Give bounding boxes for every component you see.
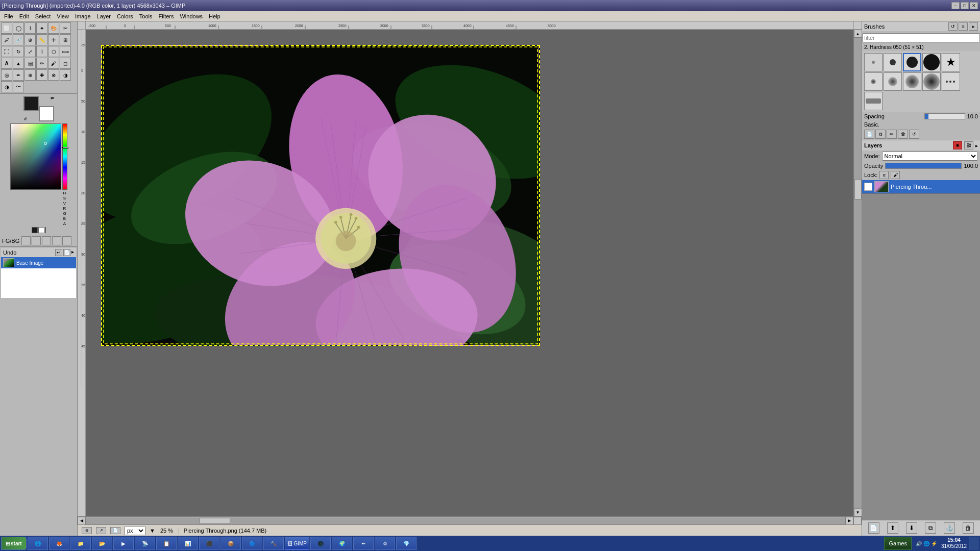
start-button[interactable]: ⊞ start [1,537,27,550]
opacity-slider[interactable] [885,163,962,169]
taskbar-3d[interactable]: 💎 [396,537,416,550]
swap-colors-icon[interactable]: ⇄ [51,96,54,101]
fg-preview[interactable] [32,227,38,233]
lower-layer-button[interactable]: ⬇ [906,522,917,534]
taskbar-network[interactable]: 📡 [135,537,155,550]
shear-tool[interactable]: ⌇ [36,46,47,57]
raise-layer-button[interactable]: ⬆ [887,522,898,534]
taskbar-folder[interactable]: 📂 [92,537,112,550]
crop-tool[interactable]: ⛶ [1,46,12,57]
scroll-thumb-vertical[interactable] [854,179,862,199]
taskbar-terminal[interactable]: ⬛ [199,537,219,550]
undo-expand[interactable]: ▸ [71,249,74,256]
scroll-down-button[interactable]: ▼ [854,508,862,516]
mode-select[interactable]: Normal Multiply Screen Overlay [882,152,978,161]
scroll-track-vertical[interactable] [854,38,862,508]
bucket-fill-tool[interactable]: ▲ [13,58,24,69]
taskbar-archive[interactable]: 📦 [220,537,241,550]
scissors-tool[interactable]: ✂ [60,22,71,34]
canvas-image[interactable]: Jason Hassett [101,45,540,346]
rect-select-tool[interactable]: ⬜ [1,22,12,34]
status-icon[interactable]: ⊕ [82,527,92,534]
close-button[interactable]: ✕ [970,2,978,9]
zoom-tool[interactable]: ⊕ [24,34,36,45]
flip-tool[interactable]: ⟺ [60,46,71,57]
duplicate-layer-button[interactable]: ⧉ [925,522,936,534]
color-select-tool[interactable]: 🎨 [48,22,59,34]
systray-icon2[interactable]: 🌐 [923,541,929,546]
menu-help[interactable]: Help [206,12,224,20]
duplicate-brush-button[interactable]: ⧉ [875,130,886,139]
status-icon2[interactable]: ↗ [96,527,106,534]
brush-item-large-hard[interactable] [922,53,941,71]
taskbar-firefox[interactable]: 🦊 [49,537,69,550]
fgbg-icon1[interactable] [21,236,31,245]
pencil-tool[interactable]: ✏ [36,58,47,69]
taskbar-media[interactable]: ▶ [113,537,134,550]
smudge-tool[interactable]: 〜 [13,81,24,92]
brush-item-soft4[interactable] [922,72,941,91]
perspective-tool[interactable]: ⬡ [48,46,59,57]
scroll-up-button[interactable]: ▲ [854,30,862,38]
menu-tools[interactable]: Tools [136,12,156,20]
spacing-slider[interactable] [924,113,965,119]
reset-colors-icon[interactable]: ↺ [23,117,27,121]
status-icon3[interactable]: 📄 [110,527,120,534]
new-brush-button[interactable]: 📄 [864,130,874,139]
taskbar-inkscape[interactable]: ✒ [353,537,374,550]
ink-tool[interactable]: ✒ [13,69,24,81]
lock-alpha-button[interactable]: α [879,171,889,179]
scroll-right-button[interactable]: ▶ [845,517,853,525]
brush-filter-input[interactable] [862,33,980,42]
taskbar-chrome[interactable]: 🌐 [28,537,48,550]
brush-item-dotted2[interactable] [864,92,883,110]
delete-layer-button[interactable]: 🗑 [963,522,974,534]
taskbar-settings[interactable]: ⚙ [375,537,395,550]
fgbg-icon2[interactable] [32,236,41,245]
text-tool[interactable]: A [1,58,12,69]
airbrush-tool[interactable]: ◎ [1,69,12,81]
dodge-burn-tool[interactable]: ◑ [1,81,12,92]
eraser-tool[interactable]: ◻ [60,58,71,69]
layers-expand-icon[interactable]: ▸ [975,143,978,148]
systray-icon1[interactable]: 🔊 [916,541,922,546]
undo-icon1[interactable]: ↩ [55,249,62,256]
brush-item-tiny-soft[interactable] [864,53,883,71]
refresh-brush-button[interactable]: ↺ [909,130,919,139]
color-spectrum[interactable] [45,227,46,233]
taskbar-gimp-active[interactable]: 🖼 GIMP [285,537,309,550]
taskbar-task[interactable]: 📋 [156,537,177,550]
scroll-track-horizontal[interactable] [86,517,845,524]
minimize-button[interactable]: – [951,2,960,9]
free-select-tool[interactable]: ⌇ [24,22,36,34]
brush-item-soft1[interactable] [864,72,883,91]
taskbar-browser2[interactable]: 🌍 [332,537,352,550]
maximize-button[interactable]: □ [961,2,969,9]
taskbar-darktable[interactable]: 🌑 [310,537,331,550]
menu-select[interactable]: Select [32,12,54,20]
fuzzy-select-tool[interactable]: ✦ [36,22,47,34]
move-tool[interactable]: ✛ [48,34,59,45]
edit-brush-button[interactable]: ✏ [887,130,897,139]
taskbar-sco[interactable]: 🔨 [263,537,284,550]
align-tool[interactable]: ⊞ [60,34,71,45]
lock-paint-button[interactable]: 🖌 [891,171,900,179]
undo-item-base[interactable]: Base Image [1,257,76,268]
layer-item-piercing[interactable]: 👁 Piercing Throu... [862,180,980,194]
scroll-thumb-horizontal[interactable] [200,518,230,524]
taskbar-clock[interactable]: 15:04 31/05/2012 [941,537,967,549]
taskbar-files[interactable]: 📁 [70,537,91,550]
brush-item-medium-hard[interactable] [903,53,921,71]
menu-layer[interactable]: Layer [94,12,114,20]
paintbrush-tool[interactable]: 🖌 [48,58,59,69]
new-layer-button[interactable]: 📄 [868,522,879,534]
layers-red-icon[interactable]: ■ [953,141,962,149]
rotate-tool[interactable]: ↻ [13,46,24,57]
show-desktop-button[interactable] [969,537,979,550]
blur-tool[interactable]: ◑ [60,69,71,81]
brush-item-soft3[interactable] [903,72,921,91]
perspective-clone-tool[interactable]: ⊗ [48,69,59,81]
brushes-grid-icon[interactable]: ≡ [959,22,968,31]
layers-chain-icon[interactable]: ⛓ [964,141,973,149]
menu-view[interactable]: View [54,12,72,20]
